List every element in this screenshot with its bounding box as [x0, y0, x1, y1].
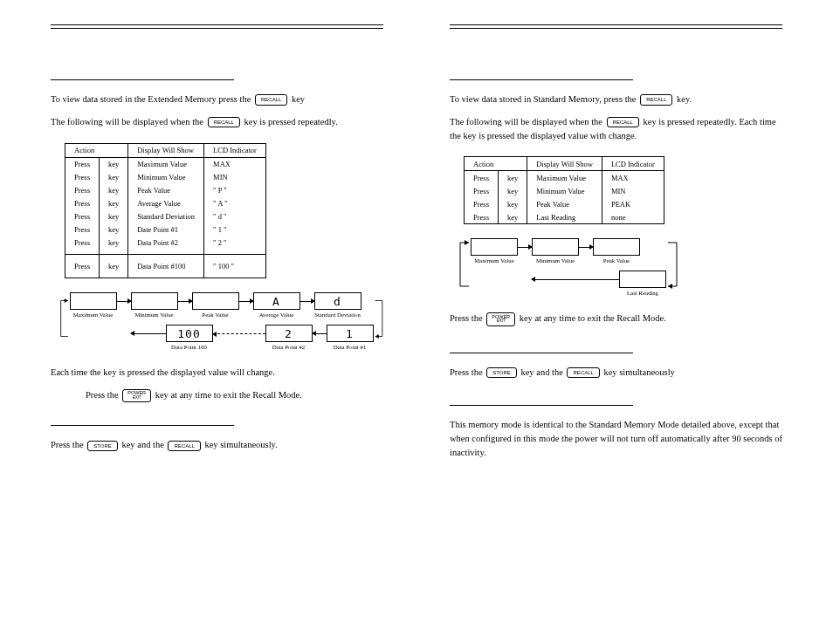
table-row: PresskeyMaximum ValueMAX [465, 171, 664, 185]
table-row: Press key Data Point #100 " 100 " [65, 255, 266, 278]
table-row: PresskeyAverage Value" A " [65, 197, 266, 210]
right-intro-2: The following will be displayed when the… [450, 115, 782, 143]
recall-key[interactable]: RECALL [208, 117, 240, 127]
left-flow-diagram: A d Maximum Value Minimum Value Peak Val… [59, 292, 383, 350]
left-table: Action Display Will Show LCD Indicator P… [65, 143, 266, 279]
right-page: To view data stored in Standard Memory, … [416, 0, 833, 644]
recall-key[interactable]: RECALL [255, 94, 287, 105]
right-table: Action Display Will Show LCD Indicator P… [464, 156, 664, 224]
left-intro-1: To view data stored in the Extended Memo… [51, 92, 383, 106]
table-row: PresskeyMinimum ValueMIN [65, 171, 266, 184]
left-intro-2: The following will be displayed when the… [51, 115, 383, 129]
power-exit-key[interactable]: POWEREXIT [486, 312, 515, 325]
recall-key[interactable]: RECALL [567, 367, 599, 378]
table-header: Action Display Will Show LCD Indicator [465, 157, 664, 171]
table-header: Action Display Will Show LCD Indicator [65, 143, 266, 157]
right-after: Press the POWEREXIT key at any time to e… [450, 312, 782, 325]
recall-key[interactable]: RECALL [168, 441, 200, 451]
right-flow-diagram: Maximum Value Minimum Value Peak Value L… [458, 238, 782, 296]
table-row: PresskeyMaximum ValueMAX [65, 157, 266, 171]
recall-key[interactable]: RECALL [640, 94, 672, 105]
loop-right-icon [666, 238, 678, 291]
left-clear: Press the STORE key and the RECALL key s… [51, 438, 383, 452]
table-row: PresskeyMinimum ValueMIN [465, 184, 664, 197]
right-note: This memory mode is identical to the Sta… [450, 418, 782, 459]
right-intro-1: To view data stored in Standard Memory, … [450, 92, 782, 106]
store-key[interactable]: STORE [87, 441, 118, 451]
store-key[interactable]: STORE [486, 367, 517, 378]
table-row: PresskeyData Point #2" 2 " [65, 236, 266, 250]
table-row: PresskeyStandard Deviation" d " [65, 210, 266, 223]
recall-key[interactable]: RECALL [607, 117, 639, 127]
right-clear: Press the STORE key and the RECALL key s… [450, 366, 782, 380]
loop-left-icon [458, 238, 471, 291]
section-rule [51, 79, 234, 80]
table-row: PresskeyDate Point #1" 1 " [65, 223, 266, 236]
table-row: PresskeyPeak Value" P " [65, 184, 266, 197]
loop-right-icon [374, 292, 384, 345]
left-after-2: Press the POWEREXIT key at any time to e… [86, 388, 383, 402]
table-row: PresskeyLast Readingnone [465, 210, 664, 224]
power-exit-key[interactable]: POWEREXIT [122, 389, 151, 402]
loop-left-icon [59, 292, 70, 345]
left-page: To view data stored in the Extended Memo… [0, 0, 416, 644]
left-after-1: Each time the key is pressed the display… [51, 366, 383, 380]
table-row: PresskeyPeak ValuePEAK [465, 197, 664, 210]
